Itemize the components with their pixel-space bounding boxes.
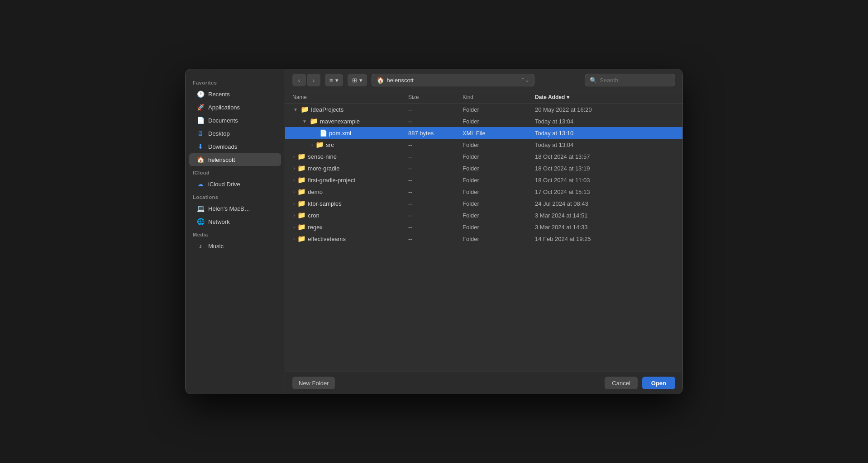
folder-icon: 📁 <box>300 105 309 113</box>
cell-size: -- <box>408 142 463 148</box>
sidebar-item-desktop[interactable]: 🖥 Desktop <box>189 127 281 140</box>
sidebar-item-downloads[interactable]: ⬇ Downloads <box>189 140 281 153</box>
folder-icon: 📁 <box>297 164 306 172</box>
sidebar-item-helenscott[interactable]: 🏠 helenscott <box>189 153 281 166</box>
recents-icon: 🕐 <box>196 90 205 98</box>
table-row[interactable]: › 📁 ktor-samples -- Folder 24 Jul 2024 a… <box>285 198 682 209</box>
cell-date: Today at 13:04 <box>535 142 662 148</box>
location-folder-icon: 🏠 <box>377 76 384 84</box>
cancel-button[interactable]: Cancel <box>605 377 637 389</box>
table-row[interactable]: › 📁 first-gradle-project -- Folder 18 Oc… <box>285 174 682 186</box>
cell-date: 20 May 2022 at 16:20 <box>535 106 662 113</box>
table-row[interactable]: 📄 pom.xml 887 bytes XML File Today at 13… <box>285 127 682 139</box>
sidebar-item-helens-macbook[interactable]: 💻 Helen's MacB… <box>189 202 281 215</box>
dialog-body: Favorites 🕐 Recents 🚀 Applications 📄 Doc… <box>186 69 682 394</box>
cell-date: 3 Mar 2024 at 14:51 <box>535 212 662 219</box>
cell-date: Today at 13:04 <box>535 118 662 125</box>
sidebar-item-music[interactable]: ♪ Music <box>189 240 281 252</box>
search-icon: 🔍 <box>590 77 597 84</box>
table-row[interactable]: ▼ 📁 IdeaProjects -- Folder 20 May 2022 a… <box>285 104 682 115</box>
expand-chevron[interactable]: › <box>292 165 296 172</box>
expand-chevron[interactable]: › <box>310 142 314 148</box>
helenscott-icon: 🏠 <box>196 156 205 164</box>
grid-view-icon: ⊞ <box>352 77 357 84</box>
cell-kind: Folder <box>463 142 535 148</box>
table-row[interactable]: › 📁 effectiveteams -- Folder 14 Feb 2024… <box>285 233 682 245</box>
downloads-icon: ⬇ <box>196 142 205 151</box>
sidebar-item-label-icloud: iCloud Drive <box>208 181 240 188</box>
expand-chevron[interactable]: › <box>292 212 296 219</box>
cell-size: -- <box>408 200 463 207</box>
cell-name: › 📁 src <box>292 141 408 149</box>
folder-icon: 📁 <box>297 223 306 231</box>
desktop-icon: 🖥 <box>196 129 205 137</box>
col-name: Name <box>292 94 408 100</box>
expand-chevron[interactable]: › <box>292 200 296 207</box>
grid-view-button[interactable]: ⊞ ▾ <box>348 74 367 86</box>
cell-date: Today at 13:10 <box>535 130 662 137</box>
new-folder-button[interactable]: New Folder <box>292 377 335 389</box>
folder-icon: 📁 <box>315 141 324 149</box>
sidebar-item-label-music: Music <box>208 243 224 250</box>
cell-name: › 📁 demo <box>292 188 408 196</box>
table-row[interactable]: › 📁 cron -- Folder 3 Mar 2024 at 14:51 <box>285 209 682 221</box>
expand-chevron[interactable]: › <box>292 177 296 184</box>
expand-chevron[interactable]: › <box>292 189 296 195</box>
expand-chevron[interactable]: › <box>292 224 296 231</box>
table-row[interactable]: › 📁 src -- Folder Today at 13:04 <box>285 139 682 151</box>
cell-date: 14 Feb 2024 at 19:25 <box>535 236 662 242</box>
sidebar-item-label-macbook: Helen's MacB… <box>208 205 250 212</box>
cell-name: › 📁 more-gradle <box>292 164 408 172</box>
cell-name: › 📁 cron <box>292 211 408 219</box>
toolbar: ‹ › ≡ ▾ ⊞ ▾ 🏠 helenscott ⌃⌄ 🔍 <box>285 69 682 91</box>
forward-button[interactable]: › <box>307 74 320 86</box>
cell-date: 18 Oct 2024 at 13:19 <box>535 165 662 172</box>
filename: src <box>326 142 334 148</box>
cell-name: › 📁 first-gradle-project <box>292 176 408 184</box>
folder-icon: 📁 <box>297 176 306 184</box>
table-row[interactable]: › 📁 more-gradle -- Folder 18 Oct 2024 at… <box>285 162 682 174</box>
locations-section-label: Locations <box>186 191 285 202</box>
music-icon: ♪ <box>196 242 205 250</box>
cell-date: 24 Jul 2024 at 08:43 <box>535 200 662 207</box>
expand-chevron[interactable]: ▼ <box>292 106 299 113</box>
search-input[interactable] <box>600 77 670 84</box>
back-button[interactable]: ‹ <box>292 74 306 86</box>
expand-chevron[interactable]: ▼ <box>301 118 308 125</box>
table-row[interactable]: › 📁 regex -- Folder 3 Mar 2024 at 14:33 <box>285 221 682 233</box>
sidebar-item-network[interactable]: 🌐 Network <box>189 215 281 228</box>
filename: first-gradle-project <box>308 177 355 184</box>
table-row[interactable]: › 📁 sense-nine -- Folder 18 Oct 2024 at … <box>285 151 682 162</box>
filename: mavenexample <box>320 118 360 125</box>
open-button[interactable]: Open <box>642 377 675 389</box>
table-row[interactable]: › 📁 demo -- Folder 17 Oct 2024 at 15:13 <box>285 186 682 198</box>
cell-kind: Folder <box>463 224 535 231</box>
list-view-icon: ≡ <box>329 77 333 84</box>
col-extra <box>662 94 675 100</box>
cell-kind: Folder <box>463 212 535 219</box>
sidebar-item-recents[interactable]: 🕐 Recents <box>189 88 281 100</box>
cell-kind: Folder <box>463 165 535 172</box>
cell-size: -- <box>408 118 463 125</box>
cell-size: -- <box>408 177 463 184</box>
sidebar-item-documents[interactable]: 📄 Documents <box>189 114 281 127</box>
col-date-label: Date Added <box>535 94 565 100</box>
expand-chevron[interactable]: › <box>292 153 296 160</box>
grid-view-chevron-icon: ▾ <box>359 77 362 84</box>
table-row[interactable]: ▼ 📁 mavenexample -- Folder Today at 13:0… <box>285 115 682 127</box>
file-icon: 📄 <box>320 129 327 137</box>
filename: IdeaProjects <box>311 106 343 113</box>
list-view-button[interactable]: ≡ ▾ <box>325 74 343 86</box>
expand-chevron[interactable]: › <box>292 236 296 242</box>
cell-size: -- <box>408 224 463 231</box>
folder-icon: 📁 <box>297 199 306 208</box>
file-table: Name Size Kind Date Added ▾ ▼ 📁 IdeaProj… <box>285 91 682 372</box>
sidebar-item-applications[interactable]: 🚀 Applications <box>189 101 281 113</box>
cell-name: › 📁 ktor-samples <box>292 199 408 208</box>
cell-size: -- <box>408 153 463 160</box>
search-box[interactable]: 🔍 <box>585 74 675 86</box>
sidebar-item-icloud-drive[interactable]: ☁ iCloud Drive <box>189 178 281 190</box>
sidebar-item-label-downloads: Downloads <box>208 143 237 150</box>
folder-icon: 📁 <box>297 235 306 243</box>
location-bar[interactable]: 🏠 helenscott ⌃⌄ <box>372 74 534 86</box>
